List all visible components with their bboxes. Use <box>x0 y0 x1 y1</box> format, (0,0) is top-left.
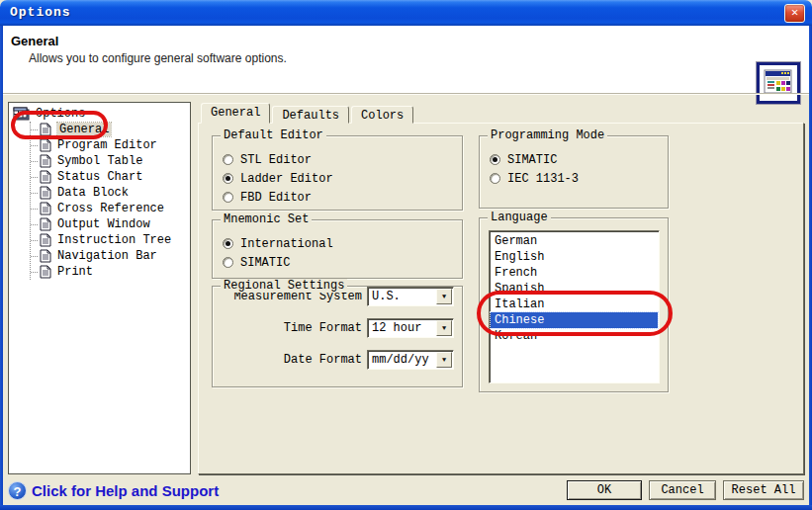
language-listbox[interactable]: German English French Spanish Italian Ch… <box>489 230 660 383</box>
field-label: Date Format <box>284 353 362 367</box>
list-item-korean[interactable]: Korean <box>491 328 658 344</box>
field-time-format: Time Format 12 hour ▼ <box>213 318 454 338</box>
title-bar: Options ✕ <box>0 0 812 26</box>
tree-item-label: Print <box>57 265 93 279</box>
header-divider <box>3 93 809 95</box>
tree-item-print[interactable]: Print <box>31 264 188 280</box>
group-label: Default Editor <box>221 128 326 142</box>
header-banner: General Allows you to configure general … <box>3 26 809 93</box>
options-window-icon <box>764 68 793 96</box>
options-book-icon <box>13 107 30 121</box>
document-icon <box>40 233 51 247</box>
group-language: Language German English French Spanish I… <box>479 217 669 392</box>
tree-item-label: Navigation Bar <box>57 249 157 263</box>
tree-item-navigation-bar[interactable]: Navigation Bar <box>31 248 188 264</box>
tree-item-output-window[interactable]: Output Window <box>31 216 188 232</box>
chevron-down-icon[interactable]: ▼ <box>436 352 452 368</box>
document-icon <box>40 170 51 184</box>
group-label: Regional Settings <box>221 279 347 293</box>
options-preview-iconbox <box>756 61 801 105</box>
document-icon <box>40 265 51 279</box>
tab-defaults[interactable]: Defaults <box>272 106 349 124</box>
group-label: Mnemonic Set <box>221 212 312 226</box>
options-dialog: Options ✕ General Allows you to configur… <box>0 0 812 510</box>
tree-root-label: Options <box>36 107 85 121</box>
tree-item-label: Data Block <box>57 186 129 200</box>
group-label: Programming Mode <box>488 128 607 142</box>
tree-item-data-block[interactable]: Data Block <box>31 185 188 201</box>
close-icon: ✕ <box>791 6 798 20</box>
chevron-down-icon[interactable]: ▼ <box>436 289 452 304</box>
document-icon <box>40 202 51 215</box>
close-button[interactable]: ✕ <box>784 4 805 23</box>
tree-item-label: Instruction Tree <box>57 233 171 247</box>
tab-label: General <box>211 106 260 120</box>
page-description: Allows you to configure general software… <box>29 51 287 65</box>
document-icon <box>40 217 51 231</box>
list-item-french[interactable]: French <box>491 265 658 281</box>
radio-label: STL Editor <box>240 153 312 167</box>
tree-item-label: Cross Reference <box>57 202 164 215</box>
group-label: Language <box>488 211 551 224</box>
group-mnemonic-set: Mnemonic Set International SIMATIC <box>212 219 463 279</box>
document-icon <box>40 154 51 168</box>
help-icon[interactable]: ? <box>8 481 27 500</box>
tab-colors[interactable]: Colors <box>351 106 413 124</box>
window-border-bottom <box>0 505 812 510</box>
reset-all-button[interactable]: Reset All <box>723 480 804 500</box>
tab-label: Defaults <box>282 109 339 123</box>
tree-item-label: Output Window <box>57 217 150 231</box>
group-default-editor: Default Editor STL Editor Ladder Editor … <box>212 135 463 211</box>
question-mark-glyph: ? <box>14 484 22 499</box>
tree-children: General Program Editor Symbol Table Stat… <box>30 122 188 280</box>
radio-icon <box>223 154 233 165</box>
tree-item-program-editor[interactable]: Program Editor <box>31 137 188 153</box>
tree-item-label: Status Chart <box>57 170 142 184</box>
list-item-italian[interactable]: Italian <box>491 297 658 312</box>
date-format-combobox[interactable]: mm/dd/yy ▼ <box>367 350 454 370</box>
list-item-chinese[interactable]: Chinese <box>491 312 658 328</box>
tree-item-symbol-table[interactable]: Symbol Table <box>31 153 188 169</box>
measurement-system-combobox[interactable]: U.S. ▼ <box>367 287 454 306</box>
help-link[interactable]: Click for Help and Support <box>32 482 219 499</box>
radio-ladder-editor[interactable]: Ladder Editor <box>223 169 462 188</box>
radio-simatic[interactable]: SIMATIC <box>490 150 668 169</box>
tab-strip: General Defaults Colors <box>201 103 415 124</box>
radio-icon <box>223 257 233 268</box>
page-title: General <box>11 34 58 48</box>
combobox-value: mm/dd/yy <box>368 352 435 368</box>
radio-icon <box>490 154 500 165</box>
group-regional-settings: Regional Settings Measurement System U.S… <box>212 286 463 387</box>
window-border-left <box>0 26 3 510</box>
tree-item-general[interactable]: General <box>31 122 188 137</box>
radio-international[interactable]: International <box>223 234 462 253</box>
group-programming-mode: Programming Mode SIMATIC IEC 1131-3 <box>479 135 669 209</box>
tab-page-general: Default Editor STL Editor Ladder Editor … <box>198 123 804 474</box>
time-format-combobox[interactable]: 12 hour ▼ <box>367 318 454 338</box>
cancel-button[interactable]: Cancel <box>649 480 716 500</box>
radio-mnemonic-simatic[interactable]: SIMATIC <box>223 253 462 272</box>
tree-item-label: General <box>57 123 111 136</box>
tree-item-status-chart[interactable]: Status Chart <box>31 169 188 185</box>
radio-icon <box>490 173 500 184</box>
radio-label: FBD Editor <box>240 191 312 205</box>
tab-general[interactable]: General <box>201 103 270 124</box>
list-item-german[interactable]: German <box>491 233 658 249</box>
radio-label: SIMATIC <box>507 153 557 167</box>
document-icon <box>40 123 51 136</box>
tree-item-instruction-tree[interactable]: Instruction Tree <box>31 232 188 248</box>
radio-stl-editor[interactable]: STL Editor <box>223 150 462 169</box>
ok-button[interactable]: OK <box>567 480 642 500</box>
field-date-format: Date Format mm/dd/yy ▼ <box>213 350 454 370</box>
radio-iec-1131-3[interactable]: IEC 1131-3 <box>490 169 668 188</box>
list-item-english[interactable]: English <box>491 249 658 265</box>
list-item-spanish[interactable]: Spanish <box>491 281 658 297</box>
tree-root-options[interactable]: Options <box>13 106 188 122</box>
radio-label: SIMATIC <box>240 256 290 270</box>
tree-item-label: Program Editor <box>57 138 157 152</box>
radio-fbd-editor[interactable]: FBD Editor <box>223 188 462 207</box>
radio-label: International <box>240 237 333 251</box>
radio-label: Ladder Editor <box>240 172 333 186</box>
chevron-down-icon[interactable]: ▼ <box>436 320 452 336</box>
tree-item-cross-reference[interactable]: Cross Reference <box>31 201 188 216</box>
